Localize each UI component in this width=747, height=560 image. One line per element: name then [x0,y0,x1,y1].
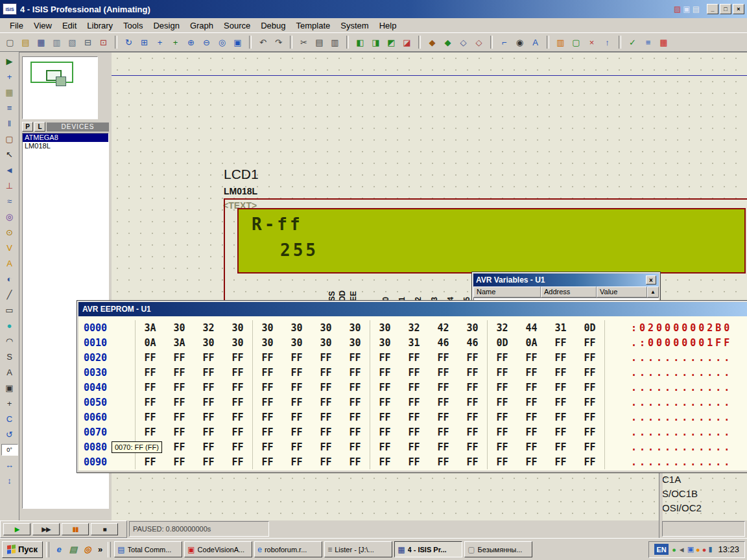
eeprom-byte[interactable]: 3A [136,322,165,334]
close-icon[interactable]: × [646,275,656,285]
netlist-button[interactable]: ≡ [641,35,656,49]
eeprom-byte[interactable]: 32 [488,322,517,334]
tape-recorder-button[interactable]: ◎ [2,209,18,224]
eeprom-byte[interactable]: FF [488,426,517,438]
menu-item-view[interactable]: View [29,19,56,32]
variables-window-titlebar[interactable]: AVR Variables - U1 × [473,274,659,286]
eeprom-byte[interactable]: FF [136,367,165,379]
eeprom-byte[interactable]: FF [429,367,458,379]
eeprom-byte[interactable]: FF [223,367,252,379]
eeprom-byte[interactable]: FF [546,337,575,349]
block-delete-button[interactable]: ◪ [399,35,414,49]
eeprom-byte[interactable]: FF [136,426,165,438]
scroll-up-icon[interactable]: ▲ [647,286,659,298]
eeprom-byte[interactable]: FF [458,382,487,393]
eeprom-byte[interactable]: 30 [253,322,282,334]
eeprom-byte[interactable]: FF [370,352,399,364]
pick-devices-button[interactable]: P [22,122,33,132]
eeprom-byte[interactable]: FF [194,352,223,364]
eeprom-byte[interactable]: FF [340,456,370,468]
quicklaunch-overflow-chevron[interactable]: » [96,544,104,554]
menu-item-help[interactable]: Help [375,19,401,32]
eeprom-byte[interactable]: FF [340,426,370,438]
eeprom-byte[interactable]: FF [370,426,399,438]
menu-item-design[interactable]: Design [148,19,184,32]
redraw-button[interactable]: ↻ [121,35,136,49]
wire-autorouter-button[interactable]: ⌐ [497,35,512,49]
mirror-horizontal-button[interactable]: ↔ [2,458,18,472]
eeprom-byte[interactable]: 46 [429,337,458,349]
graph-mode-button[interactable]: ≈ [2,194,18,209]
eeprom-byte[interactable]: FF [311,456,340,468]
eeprom-byte[interactable]: FF [575,441,604,453]
eeprom-byte[interactable]: FF [311,382,340,393]
eeprom-byte[interactable]: FF [311,441,340,453]
eeprom-byte[interactable]: FF [517,426,546,438]
eeprom-byte[interactable]: 30 [165,322,194,334]
eeprom-byte[interactable]: FF [194,397,223,408]
eeprom-byte[interactable]: FF [458,352,487,364]
eeprom-byte[interactable]: FF [311,367,340,379]
step-button[interactable]: ▶▶ [32,523,60,535]
eeprom-byte[interactable]: FF [165,382,194,393]
menu-item-library[interactable]: Library [82,19,117,32]
eeprom-byte[interactable]: FF [488,352,517,364]
eeprom-byte[interactable]: FF [399,441,429,453]
eeprom-byte[interactable]: 31 [546,322,575,334]
virtual-instruments-button[interactable]: ◐ [2,272,18,286]
media-quicklaunch-icon[interactable]: ◎ [81,542,94,557]
eeprom-byte[interactable]: FF [223,426,252,438]
decompose-button[interactable]: ◇ [471,35,486,49]
eeprom-byte[interactable]: 0D [488,337,517,349]
zoom-out-button[interactable]: ⊖ [199,35,214,49]
zoom-in-button[interactable]: ⊕ [184,35,198,49]
eeprom-byte[interactable]: 30 [253,337,282,349]
remove-sheet-button[interactable]: × [584,35,599,49]
selection-mode-button[interactable]: ▶ [2,54,18,69]
eeprom-byte[interactable]: 30 [370,337,399,349]
mark-output-area-button[interactable]: ⊡ [96,35,111,49]
undo-button[interactable]: ↶ [255,35,270,49]
eeprom-byte[interactable]: FF [165,367,194,379]
eeprom-byte[interactable]: FF [194,367,223,379]
eeprom-byte[interactable]: FF [340,412,370,423]
eeprom-byte[interactable]: FF [399,397,429,408]
subcircuit-button[interactable]: ▢ [2,132,18,146]
eeprom-byte[interactable]: FF [458,367,487,379]
eeprom-byte[interactable]: 30 [282,337,311,349]
eeprom-byte[interactable]: 32 [399,322,429,334]
eeprom-byte[interactable]: 0A [136,337,165,349]
eeprom-byte[interactable]: FF [194,456,223,468]
rotate-clockwise-button[interactable]: C [2,412,18,426]
antivirus-tray-icon[interactable]: ● [672,546,676,554]
eeprom-byte[interactable]: FF [165,426,194,438]
eeprom-byte[interactable]: FF [517,441,546,453]
zoom-all-button[interactable]: ◎ [215,35,230,49]
ie-quicklaunch-icon[interactable]: e [53,542,65,557]
eeprom-byte[interactable]: 30 [458,322,487,334]
eeprom-byte[interactable]: FF [282,367,311,379]
eeprom-byte[interactable]: FF [282,397,311,408]
eeprom-byte[interactable]: FF [370,382,399,393]
eeprom-byte[interactable]: FF [311,352,340,364]
eeprom-byte[interactable]: FF [575,337,604,349]
volume-tray-icon[interactable]: ◄ [678,546,685,554]
eeprom-byte[interactable]: FF [136,456,165,468]
eeprom-byte[interactable]: FF [399,367,429,379]
eeprom-byte[interactable]: FF [223,397,252,408]
menu-item-edit[interactable]: Edit [58,19,81,32]
eeprom-byte[interactable]: FF [517,367,546,379]
text-script-button[interactable]: ≡ [2,100,18,115]
eeprom-byte[interactable]: FF [223,412,252,423]
overview-window[interactable] [22,56,98,119]
eeprom-byte[interactable]: FF [311,397,340,408]
eeprom-byte[interactable]: FF [546,382,575,393]
eeprom-byte[interactable]: FF [575,352,604,364]
eeprom-byte[interactable]: FF [488,397,517,408]
electrical-rules-button[interactable]: ✓ [625,35,640,49]
play-button[interactable]: ▶ [3,523,30,535]
scheduler-tray-icon[interactable]: ● [696,546,700,554]
search-tag-button[interactable]: ◉ [512,35,527,49]
menu-item-debug[interactable]: Debug [256,19,290,32]
eeprom-byte[interactable]: FF [429,382,458,393]
